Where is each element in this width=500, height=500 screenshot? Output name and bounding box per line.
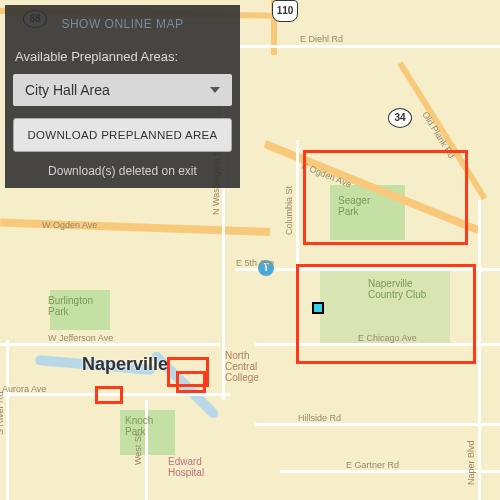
label-north-central: North Central College [225, 350, 259, 383]
area-dropdown[interactable]: City Hall Area [13, 74, 232, 106]
download-button[interactable]: DOWNLOAD PREPLANNED AREA [13, 118, 232, 152]
dropdown-selected: City Hall Area [25, 82, 110, 98]
label-gartner: E Gartner Rd [346, 460, 399, 470]
road-columbia [296, 140, 299, 270]
label-edward-hospital: Edward Hospital [168, 456, 204, 478]
label-knoch-park: Knoch Park [125, 415, 153, 437]
label-ogden-w: W Ogden Ave [42, 220, 97, 230]
label-5th: E 5th Ave [236, 258, 274, 268]
preplanned-area-3b[interactable] [176, 371, 206, 393]
shield-34: 34 [388, 108, 412, 128]
controls-panel: SHOW ONLINE MAP Available Preplanned Are… [5, 5, 240, 188]
road-diehl [238, 45, 500, 48]
road-river [6, 340, 9, 500]
shield-110: 110 [272, 0, 298, 22]
preplanned-area-2[interactable] [296, 264, 476, 364]
label-diehl: E Diehl Rd [300, 34, 343, 44]
label-hillside: Hillside Rd [298, 413, 341, 423]
label-aurora: Aurora Ave [2, 384, 46, 394]
label-city: Naperville [82, 354, 168, 375]
road-hillside [255, 423, 500, 426]
available-areas-label: Available Preplanned Areas: [9, 49, 236, 64]
preplanned-area-1[interactable] [303, 150, 468, 245]
map-viewport[interactable]: 110 34 88 T E Diehl Rd W Ogden Ave E Ogd… [0, 0, 500, 500]
label-naper: Naper Blvd [466, 440, 476, 485]
label-jefferson: W Jefferson Ave [48, 333, 113, 343]
chevron-down-icon [210, 87, 220, 93]
status-text: Download(s) deleted on exit [9, 162, 236, 184]
show-online-map-button[interactable]: SHOW ONLINE MAP [9, 9, 236, 37]
label-burlington-park: Burlington Park [48, 295, 93, 317]
label-river: S River Rd [0, 391, 5, 435]
label-columbia: Columbia St [284, 186, 294, 235]
location-marker[interactable] [312, 302, 324, 314]
road-naper [478, 200, 481, 500]
road-jefferson [0, 343, 220, 346]
label-west-st: West St [133, 434, 143, 465]
preplanned-area-4[interactable] [95, 386, 123, 404]
